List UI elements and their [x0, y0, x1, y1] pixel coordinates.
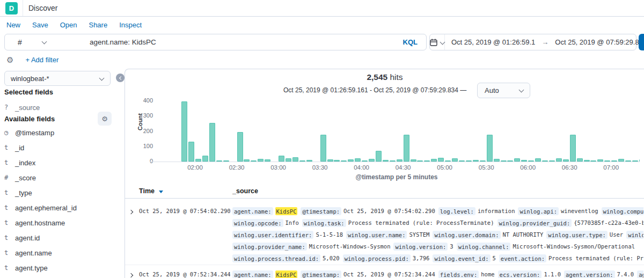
field-settings-gear-button[interactable]: ⚙ [98, 112, 112, 126]
row-source: agent.name:KidsPC@timestamp:Oct 25, 2019… [232, 205, 643, 264]
histogram-bar[interactable] [292, 157, 298, 162]
histogram-bar[interactable] [473, 160, 479, 162]
histogram-bar[interactable] [404, 135, 409, 162]
histogram-bar[interactable] [286, 158, 291, 162]
field-item-agent.id[interactable]: tagent.id [0, 230, 125, 245]
menu-item-share[interactable]: Share [89, 21, 107, 29]
histogram-bar[interactable] [362, 160, 368, 162]
histogram-bar[interactable] [438, 158, 444, 162]
histogram-bar[interactable] [639, 159, 640, 162]
histogram-bar[interactable] [570, 135, 576, 162]
histogram-bar[interactable] [411, 159, 416, 162]
field-item-_type[interactable]: t_type [0, 185, 125, 200]
histogram-bar[interactable] [258, 159, 264, 162]
histogram-bar[interactable] [279, 156, 284, 162]
histogram-bar[interactable] [584, 160, 590, 162]
kql-language-button[interactable]: KQL [403, 38, 426, 46]
histogram-bar[interactable] [590, 160, 596, 162]
field-value: Process terminated (rule: ProcessTerm [548, 255, 643, 261]
histogram-bar[interactable] [480, 160, 486, 162]
histogram-bar[interactable] [265, 159, 270, 162]
histogram-bar[interactable] [223, 160, 229, 162]
histogram-bar[interactable] [494, 159, 500, 162]
histogram-bar[interactable] [452, 158, 458, 162]
histogram-bar[interactable] [528, 160, 534, 162]
histogram-bar[interactable] [445, 160, 451, 162]
histogram-bar[interactable] [556, 158, 562, 162]
histogram-bar[interactable] [299, 160, 305, 162]
histogram-bar[interactable] [320, 135, 326, 162]
histogram-bar[interactable] [501, 160, 507, 162]
add-filter-button[interactable]: + Add filter [25, 56, 58, 64]
histogram-bar[interactable] [355, 158, 361, 162]
histogram-bar[interactable] [618, 159, 624, 162]
histogram-bar[interactable] [424, 160, 430, 162]
menu-item-new[interactable]: New [6, 21, 20, 29]
histogram-bar[interactable] [397, 159, 402, 162]
histogram-bar[interactable] [327, 159, 333, 162]
histogram-bar[interactable] [251, 160, 257, 162]
histogram-bar[interactable] [577, 158, 583, 162]
histogram-bar[interactable] [341, 160, 347, 162]
search-query-input[interactable]: agent.name: KidsPC [63, 38, 403, 46]
histogram-bar[interactable] [376, 151, 382, 162]
histogram-bar[interactable] [632, 160, 638, 162]
collapse-sidebar-button[interactable] [116, 74, 125, 82]
histogram-bar[interactable] [625, 160, 631, 162]
field-item-_score[interactable]: #_score [0, 170, 125, 185]
histogram-bar[interactable] [181, 101, 187, 162]
start-date-button[interactable]: Oct 25, 2019 @ 01:26:59.1 [445, 38, 541, 46]
expand-row-button[interactable] [129, 270, 133, 278]
histogram-bar[interactable] [542, 160, 548, 162]
histogram-bar[interactable] [417, 160, 423, 162]
histogram-bar[interactable] [459, 160, 465, 162]
time-column-header[interactable]: Time [139, 184, 163, 199]
histogram-bar[interactable] [237, 132, 243, 162]
histogram-bar[interactable] [369, 159, 375, 162]
field-item-_index[interactable]: t_index [0, 155, 125, 170]
field-item-agent.ephemeral_id[interactable]: tagent.ephemeral_id [0, 200, 125, 215]
chevron-left-icon [119, 76, 122, 79]
end-date-button[interactable]: Oct 25, 2019 @ 07:59:29.8 [548, 38, 644, 46]
histogram-bar[interactable] [521, 160, 527, 162]
histogram-bar[interactable] [431, 159, 437, 162]
expand-row-button[interactable] [129, 207, 133, 215]
field-item-agent.name[interactable]: tagent.name [0, 245, 125, 260]
histogram-bar[interactable] [306, 160, 312, 162]
date-picker-menu-button[interactable] [430, 34, 445, 50]
histogram-bar[interactable] [383, 160, 389, 162]
histogram-bar[interactable] [348, 159, 354, 162]
field-item-agent.type[interactable]: tagent.type [0, 260, 125, 275]
histogram-bar[interactable] [390, 160, 396, 162]
histogram-bar[interactable] [549, 160, 555, 162]
histogram-bar[interactable] [563, 159, 569, 162]
histogram-bar[interactable] [604, 160, 610, 162]
menu-item-open[interactable]: Open [60, 21, 77, 29]
histogram-bar[interactable] [334, 160, 340, 162]
histogram-bar[interactable] [209, 123, 215, 162]
histogram-bar[interactable] [195, 159, 201, 162]
histogram-bar[interactable] [535, 158, 541, 162]
index-pattern-select[interactable]: winlogbeat-* [4, 71, 111, 86]
saved-query-menu-button[interactable]: # [5, 34, 63, 50]
app-logo[interactable]: D [5, 2, 18, 14]
menu-item-save[interactable]: Save [32, 21, 48, 29]
histogram-bar[interactable] [216, 160, 222, 162]
histogram-bar[interactable] [244, 159, 250, 162]
histogram-bar[interactable] [188, 142, 194, 162]
field-item-@timestamp[interactable]: ◷@timestamp [0, 125, 125, 140]
update-button[interactable] [639, 34, 644, 50]
histogram-bar[interactable] [487, 135, 493, 162]
filter-options-gear-icon[interactable]: ⚙ [6, 56, 13, 64]
histogram-bar[interactable] [466, 160, 472, 162]
histogram-bar[interactable] [202, 156, 208, 162]
menu-item-inspect[interactable]: Inspect [119, 21, 142, 29]
field-item-_id[interactable]: t_id [0, 140, 125, 155]
field-item-agent.hostname[interactable]: tagent.hostname [0, 215, 125, 230]
histogram-bar[interactable] [597, 159, 603, 162]
query-input-group: # agent.name: KidsPC KQL [4, 34, 427, 50]
histogram-bar[interactable] [514, 158, 520, 162]
histogram-bar[interactable] [507, 160, 513, 162]
table-row: Oct 25, 2019 @ 07:52:34.244agent.name:Ki… [125, 265, 644, 278]
histogram-bar[interactable] [611, 160, 617, 162]
